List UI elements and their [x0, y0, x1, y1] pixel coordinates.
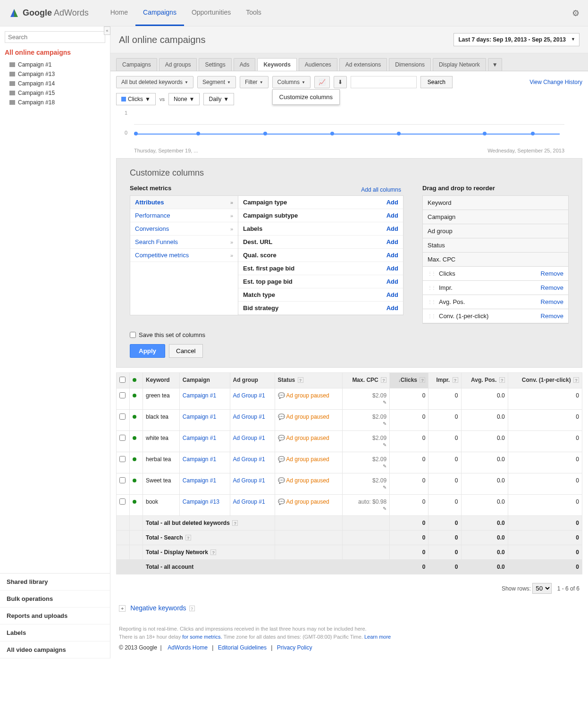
campaign-link[interactable]: Campaign #1: [183, 413, 216, 420]
columns-popup[interactable]: Customize columns: [272, 89, 340, 105]
row-checkbox[interactable]: [119, 413, 126, 420]
nav-opportunities[interactable]: Opportunities: [184, 0, 238, 26]
status-dot-icon[interactable]: [133, 479, 136, 482]
edit-icon[interactable]: ✎: [383, 400, 386, 405]
filter-dropdown[interactable]: Filter▼: [240, 76, 269, 88]
add-metric-link[interactable]: Add: [386, 238, 398, 245]
status-dot-icon[interactable]: [133, 394, 136, 397]
draggable-column[interactable]: ⋮⋮ClicksRemove: [423, 267, 568, 281]
column-header[interactable]: Max. CPC ?: [342, 373, 389, 388]
column-header[interactable]: Avg. Pos. ?: [461, 373, 508, 388]
change-history-link[interactable]: View Change History: [529, 79, 582, 85]
negative-keywords-link[interactable]: Negative keywords: [130, 604, 186, 612]
add-metric-link[interactable]: Add: [386, 265, 398, 272]
campaign-link[interactable]: Campaign #13: [183, 498, 219, 505]
row-checkbox[interactable]: [119, 477, 126, 483]
add-metric-link[interactable]: Add: [386, 291, 398, 298]
sidebar-section[interactable]: Labels: [0, 624, 110, 641]
sidebar-section[interactable]: Reports and uploads: [0, 607, 110, 624]
metrics-delay-link[interactable]: for some metrics.: [182, 634, 222, 640]
tab-campaigns[interactable]: Campaigns: [116, 58, 157, 71]
add-metric-link[interactable]: Add: [386, 225, 398, 232]
gear-icon[interactable]: ⚙: [572, 8, 580, 18]
remove-column-link[interactable]: Remove: [541, 270, 563, 277]
adgroup-link[interactable]: Ad Group #1: [233, 498, 265, 505]
learn-more-link[interactable]: Learn more: [364, 634, 391, 640]
remove-column-link[interactable]: Remove: [541, 298, 563, 305]
save-columns-checkbox[interactable]: [130, 332, 136, 338]
adgroup-link[interactable]: Ad Group #1: [233, 413, 265, 420]
sidebar-campaign[interactable]: Campaign #18: [5, 98, 105, 107]
tab-more[interactable]: ▼: [488, 58, 502, 71]
adgroup-link[interactable]: Ad Group #1: [233, 456, 265, 463]
adgroup-link[interactable]: Ad Group #1: [233, 477, 265, 484]
metric-category[interactable]: Conversions»: [130, 222, 238, 236]
add-metric-link[interactable]: Add: [386, 199, 398, 206]
metric-category[interactable]: Performance»: [130, 209, 238, 222]
add-metric-link[interactable]: Add: [386, 278, 398, 285]
columns-dropdown[interactable]: Columns▼: [272, 76, 311, 88]
edit-icon[interactable]: ✎: [383, 442, 386, 447]
sidebar-campaign[interactable]: Campaign #14: [5, 79, 105, 88]
remove-column-link[interactable]: Remove: [541, 284, 563, 291]
editorial-link[interactable]: Editorial Guidelines: [218, 644, 267, 651]
date-range-picker[interactable]: Last 7 days: Sep 19, 2013 - Sep 25, 2013: [454, 33, 580, 46]
drag-handle-icon[interactable]: ⋮⋮: [428, 285, 435, 290]
column-header[interactable]: Keyword: [143, 373, 180, 388]
adgroup-link[interactable]: Ad Group #1: [233, 435, 265, 441]
search-button[interactable]: Search: [420, 76, 453, 88]
tab-dimensions[interactable]: Dimensions: [389, 58, 431, 71]
tree-root[interactable]: All online campaigns: [5, 49, 105, 56]
metric-category[interactable]: Attributes»: [130, 196, 238, 209]
sidebar-section[interactable]: All video campaigns: [0, 641, 110, 658]
privacy-link[interactable]: Privacy Policy: [277, 644, 312, 651]
column-header[interactable]: ↓Clicks ?: [390, 373, 428, 388]
row-checkbox[interactable]: [119, 392, 126, 398]
filter-deleted-dropdown[interactable]: All but deleted keywords▼: [116, 76, 193, 88]
table-search-input[interactable]: [351, 76, 417, 88]
add-metric-link[interactable]: Add: [386, 304, 398, 312]
metric-category[interactable]: Competitive metrics»: [130, 249, 238, 262]
sidebar-section[interactable]: Bulk operations: [0, 590, 110, 607]
metric-clicks-chip[interactable]: Clicks▼: [116, 93, 156, 105]
edit-icon[interactable]: ✎: [383, 464, 386, 469]
draggable-column[interactable]: ⋮⋮Impr.Remove: [423, 281, 568, 295]
add-all-columns-link[interactable]: Add all columns: [361, 186, 401, 193]
column-header[interactable]: Ad group: [230, 373, 275, 388]
status-dot-icon[interactable]: [133, 500, 136, 504]
tab-ads[interactable]: Ads: [234, 58, 256, 71]
granularity-chip[interactable]: Daily▼: [203, 93, 234, 105]
tab-ad-groups[interactable]: Ad groups: [159, 58, 197, 71]
edit-icon[interactable]: ✎: [383, 506, 386, 511]
adgroup-link[interactable]: Ad Group #1: [233, 392, 265, 399]
edit-icon[interactable]: ✎: [383, 485, 386, 490]
cancel-button[interactable]: Cancel: [169, 344, 203, 358]
segment-dropdown[interactable]: Segment▼: [197, 76, 236, 88]
metric-category[interactable]: Search Funnels»: [130, 236, 238, 249]
column-header[interactable]: Campaign: [179, 373, 230, 388]
drag-handle-icon[interactable]: ⋮⋮: [428, 299, 435, 304]
campaign-link[interactable]: Campaign #1: [183, 435, 216, 441]
row-checkbox[interactable]: [119, 456, 126, 462]
sidebar-campaign[interactable]: Campaign #1: [5, 60, 105, 69]
campaign-link[interactable]: Campaign #1: [183, 392, 216, 399]
collapse-sidebar-icon[interactable]: «: [104, 26, 110, 35]
select-all-checkbox[interactable]: [119, 377, 126, 383]
tab-audiences[interactable]: Audiences: [299, 58, 337, 71]
tab-display-network[interactable]: Display Network: [433, 58, 486, 71]
status-dot-icon[interactable]: [133, 457, 136, 461]
download-icon[interactable]: ⬇: [334, 76, 347, 88]
column-header[interactable]: Impr. ?: [428, 373, 461, 388]
campaign-link[interactable]: Campaign #1: [183, 477, 216, 484]
column-header[interactable]: Conv. (1-per-click) ?: [508, 373, 582, 388]
sidebar-campaign[interactable]: Campaign #13: [5, 69, 105, 79]
nav-home[interactable]: Home: [103, 0, 135, 26]
row-checkbox[interactable]: [119, 498, 126, 505]
status-dot-icon[interactable]: [133, 436, 136, 440]
add-metric-link[interactable]: Add: [386, 212, 398, 219]
remove-column-link[interactable]: Remove: [541, 312, 563, 320]
edit-icon[interactable]: ✎: [383, 421, 386, 426]
search-input[interactable]: [5, 31, 105, 43]
nav-tools[interactable]: Tools: [238, 0, 269, 26]
status-dot-icon[interactable]: [133, 415, 136, 419]
